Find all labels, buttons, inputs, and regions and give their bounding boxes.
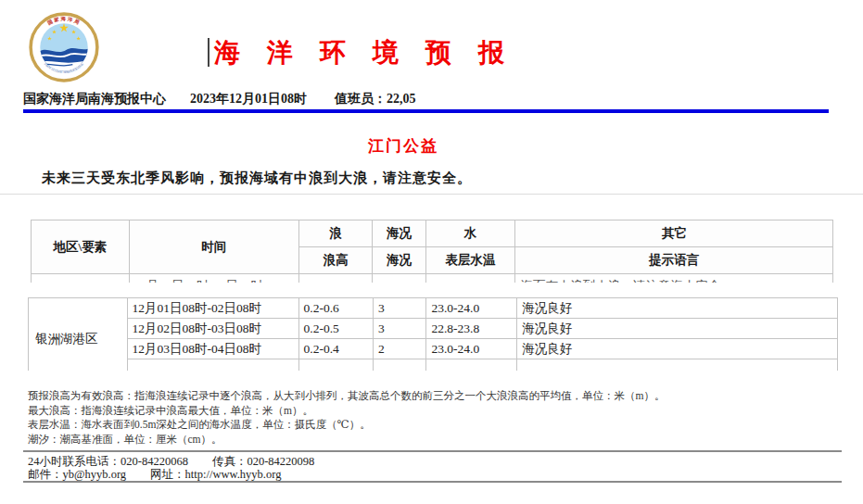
text-cursor (208, 38, 209, 67)
clipped-table-row: 12月01日08时-02日08时 海面有中浪到大浪，请注意海上安全 (32, 274, 833, 284)
col-header-region: 地区\要素 (32, 220, 130, 274)
section-divider (0, 194, 863, 195)
footnote-line: 潮汐：潮高基准面，单位：厘米（cm）。 (28, 433, 665, 447)
time-cell: 12月01日08时-02日08时 (127, 298, 298, 319)
table-row: 银洲湖港区 12月01日08时-02日08时 0.2-0.6 3 23.0-24… (29, 298, 838, 319)
clipped-tip-cell: 海面有中浪到大浪，请注意海上安全 (520, 274, 832, 283)
col-group-wave: 浪 (298, 220, 373, 247)
col-group-seastate: 海况 (373, 220, 425, 247)
issue-time: 2023年12月01日08时 (190, 91, 307, 107)
clipped-time-cell: 12月01日08时-02日08时 (134, 274, 298, 283)
footnotes: 预报浪高为有效浪高：指海浪连续记录中逐个浪高，从大到小排列，其波高总个数的前三分… (28, 389, 665, 447)
water-temp-cell: 23.0-24.0 (426, 339, 517, 359)
agency-logo: 国家海洋局 STATE OCEANIC ADMINISTRATION (28, 10, 100, 84)
col-header-wave-height: 浪高 (298, 247, 373, 274)
footnote-line: 预报浪高为有效浪高：指海浪连续记录中逐个浪高，从大到小排列，其波高总个数的前三分… (28, 389, 665, 404)
time-cell: 12月02日08时-03日08时 (127, 319, 298, 339)
wave-cell: 0.2-0.4 (298, 339, 373, 359)
footnote-line: 最大浪高：指海浪连续记录中浪高最大值，单位：米（m）。 (28, 404, 665, 419)
web-address: http://www.hyyb.org (185, 468, 282, 481)
tip-cell: 海况良好 (517, 319, 838, 339)
header-divider (23, 109, 829, 113)
email-address: yb@hyyb.org (63, 468, 127, 481)
web-label: 网址： (150, 468, 185, 481)
seastate-cell: 2 (373, 339, 426, 359)
tip-cell: 海况良好 (517, 339, 838, 359)
clipped-empty-row (29, 359, 838, 372)
forecast-table-data: 银洲湖港区 12月01日08时-02日08时 0.2-0.6 3 23.0-24… (28, 297, 838, 371)
table-row: 12月03日08时-04日08时 0.2-0.4 2 23.0-24.0 海况良… (29, 339, 838, 359)
col-header-time: 时间 (129, 220, 298, 274)
footnote-line: 表层水温：海水表面到0.5m深处之间的海水温度，单位：摄氏度（℃）。 (28, 418, 665, 433)
seastate-cell: 3 (373, 319, 426, 339)
bulletin-summary: 未来三天受东北季风影响，预报海域有中浪到大浪，请注意安全。 (42, 170, 472, 187)
email-label: 邮件： (28, 468, 63, 481)
phone-number: 020-84220068 (121, 455, 188, 468)
wave-cell: 0.2-0.6 (298, 298, 373, 319)
tip-cell: 海况良好 (517, 298, 838, 319)
contact-divider-bottom (23, 481, 842, 483)
time-cell: 12月03日08时-04日08时 (127, 339, 298, 359)
col-group-other: 其它 (515, 220, 833, 247)
col-group-water: 水 (425, 220, 515, 247)
forecast-document: 国家海洋局 STATE OCEANIC ADMINISTRATION 海 洋 环… (0, 0, 863, 504)
water-temp-cell: 23.0-24.0 (426, 298, 517, 319)
duty-officer: 值班员：22,05 (335, 91, 416, 107)
region-cell: 银洲湖港区 (29, 298, 128, 372)
col-header-surface-temp: 表层水温 (425, 247, 515, 274)
wave-cell: 0.2-0.5 (298, 319, 373, 339)
col-header-tip: 提示语言 (515, 247, 833, 274)
ocean-emblem-icon: 国家海洋局 STATE OCEANIC ADMINISTRATION (28, 10, 100, 84)
forecast-table-header: 地区\要素 时间 浪 海况 水 其它 浪高 海况 表层水温 提示语言 12月01… (31, 220, 833, 283)
seastate-cell: 3 (373, 298, 426, 319)
col-header-seastate: 海况 (373, 247, 425, 274)
fax-number: 020-84220098 (247, 455, 314, 468)
table-row: 12月02日08时-03日08时 0.2-0.5 3 22.8-23.8 海况良… (29, 319, 838, 339)
water-temp-cell: 22.8-23.8 (426, 319, 517, 339)
bulletin-region-title: 江门公益 (0, 135, 806, 157)
fax-label: 传真： (212, 455, 247, 468)
document-title: 海 洋 环 境 预 报 (214, 35, 514, 70)
contact-divider-top (23, 450, 842, 452)
agency-name: 国家海洋局南海预报中心 (23, 91, 166, 107)
phone-label: 24小时联系电话： (28, 455, 121, 468)
